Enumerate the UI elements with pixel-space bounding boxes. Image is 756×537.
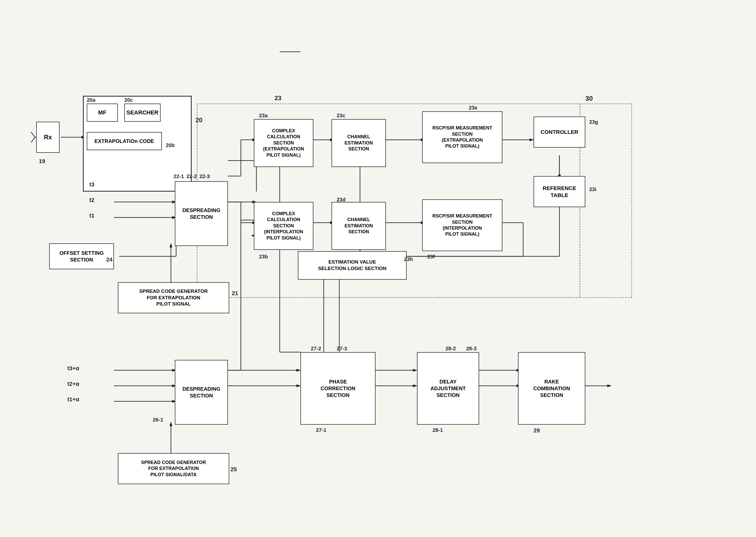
spread-code-gen-2: SPREAD CODE GENERATOR FOR EXTRAPOLATION … [118,453,229,484]
label-t1a: t1+α [67,396,79,403]
svg-marker-63 [297,369,300,372]
label-23f: 23f [427,254,435,260]
label-t3: t3 [89,181,95,188]
channel-est-c: CHANNEL ESTIMATION SECTION [331,119,386,167]
svg-marker-69 [413,385,417,387]
label-t1: t1 [89,212,95,219]
label-t2a: t2+α [67,381,79,387]
label-23a: 23a [259,113,268,119]
label-28-3: 28-3 [466,346,477,351]
label-22-1: 22-1 [174,174,184,180]
delay-adjustment: DELAY ADJUSTMENT SECTION [417,352,479,425]
despreading-section-1: DESPREADING SECTION [175,181,228,246]
label-29: 29 [533,427,540,434]
label-28-1: 28-1 [433,427,443,433]
label-23g: 23g [589,119,598,125]
svg-marker-75 [607,385,611,387]
svg-marker-65 [297,385,300,387]
label-23b: 23b [259,254,268,260]
searcher-box: SEARCHER [124,103,161,122]
rscp-sir-e: RSCP/SIR MEASUREMENT SECTION (EXTRAPOLAT… [422,111,502,163]
svg-marker-67 [413,369,417,372]
complex-calc-a: COMPLEX CALCULATION SECTION (EXTRAPOLATI… [254,119,314,167]
reference-table: REFERENCE TABLE [533,176,585,207]
label-30: 30 [585,95,593,103]
extrapolation-code-box: EXTRAPOLATiOn CODE [87,132,162,150]
label-23h: 23h [404,256,413,262]
label-21: 21 [232,290,238,297]
mf-box: MF [87,103,118,122]
spread-code-gen-1: SPREAD CODE GENERATOR FOR EXTRAPOLATION … [118,282,229,313]
label-28-2: 28-2 [445,346,456,351]
offset-setting-section: OFFSET SETTING SECTION [49,243,114,269]
despreading-section-2: DESPREADING SECTION [175,360,228,425]
svg-marker-53 [170,243,172,247]
channel-est-d: CHANNEL ESTIMATION SECTION [331,202,386,250]
controller: CONTROLLER [533,116,585,147]
label-23d: 23d [337,197,346,203]
label-23c: 23c [337,113,345,119]
label-27-2: 27-2 [311,346,321,351]
label-22-2: 22-2 [187,174,197,180]
rx-number: 19 [39,158,45,165]
rscp-sir-f: RSCP/SIR MEASUREMENT SECTION (INTERPOLAT… [422,199,502,251]
label-26-1: 26-1 [153,417,163,423]
estimation-value-selection: ESTIMATION VALUE SELECTION LOGIC SECTION [298,251,407,280]
rx-box: Rx [36,122,60,153]
rake-combination: RAKE COMBINATION SECTION [518,352,585,425]
label-23e: 23e [469,105,477,111]
label-27-3: 27-3 [337,346,347,351]
label-t2: t2 [89,197,95,203]
label-23i: 23i [589,186,597,192]
label-23: 23 [274,95,281,102]
label-22-3: 22-3 [199,174,210,180]
label-20c: 20c [124,97,133,103]
label-20b: 20b [166,143,175,148]
label-24: 24 [106,256,112,263]
complex-calc-b: COMPLEX CALCULATION SECTION (INTERPOLATI… [254,202,314,250]
diagram-container: Rx 19 20a 20c MF SEARCHER EXTRAPOLATiOn … [16,31,741,510]
svg-marker-77 [170,422,172,426]
label-t3a: t3+α [67,365,79,372]
label-25: 25 [231,466,237,473]
label-27-1: 27-1 [316,427,326,433]
label-20a: 20a [87,97,95,103]
phase-correction: PHASE CORRECTION SECTION [300,352,376,425]
